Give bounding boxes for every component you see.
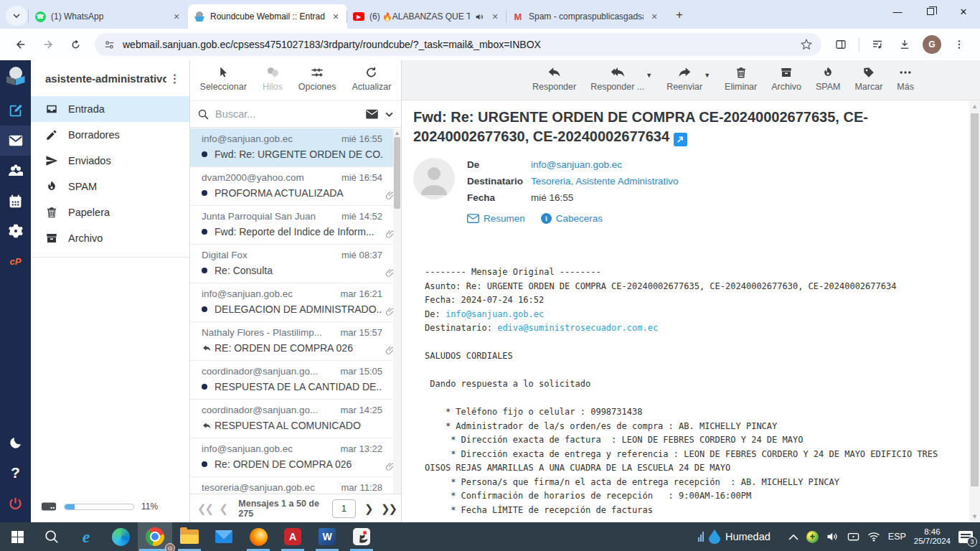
tab-search-button[interactable] bbox=[6, 6, 27, 26]
archive-button[interactable]: Archivo bbox=[771, 65, 801, 92]
last-page-button[interactable]: ❯❯ bbox=[381, 502, 394, 515]
close-button[interactable]: ✕ bbox=[947, 0, 980, 23]
antivirus-tray-icon[interactable] bbox=[806, 531, 819, 543]
rail-settings-button[interactable] bbox=[0, 216, 31, 246]
summary-button[interactable]: Resumen bbox=[467, 213, 525, 224]
folder-trash[interactable]: Papelera bbox=[31, 199, 189, 225]
next-page-button[interactable]: ❯ bbox=[363, 502, 374, 515]
spam-button[interactable]: SPAM bbox=[816, 65, 841, 92]
more-button[interactable]: Más bbox=[897, 65, 914, 92]
forward-dropdown-icon[interactable]: ▼ bbox=[704, 72, 710, 79]
list-item[interactable]: dvam2000@yahoo.commié 16:54 PROFORMA ACT… bbox=[190, 167, 401, 206]
folder-spam[interactable]: SPAM bbox=[31, 174, 189, 199]
address-bar[interactable]: webmail.sanjuan.gob.ec/cpsess4751027183/… bbox=[95, 33, 821, 56]
from-address-link[interactable]: info@sanjuan.gob.ec bbox=[531, 156, 622, 173]
taskbar-java-app-button[interactable] bbox=[344, 522, 379, 551]
minimize-button[interactable]: — bbox=[881, 0, 914, 23]
taskbar-acrobat-button[interactable]: A bbox=[275, 522, 310, 551]
mark-button[interactable]: Marcar bbox=[854, 65, 882, 92]
refresh-button[interactable]: Actualizar bbox=[352, 65, 392, 92]
close-tab-icon[interactable]: ✕ bbox=[330, 11, 341, 22]
taskbar-word-button[interactable]: W bbox=[310, 522, 344, 551]
list-item[interactable]: info@sanjuan.gob.ecmar 16:21 DELEGACION … bbox=[190, 283, 401, 322]
action-center-button[interactable]: 3 bbox=[958, 531, 973, 543]
restore-button[interactable] bbox=[914, 0, 947, 23]
list-item[interactable]: Junta Parroquial San Juanmié 14:52 Fwd: … bbox=[190, 206, 401, 245]
select-button[interactable]: Seleccionar bbox=[200, 65, 247, 92]
tab-whatsapp[interactable]: ☎ (1) WhatsApp ✕ bbox=[29, 4, 188, 29]
folder-archive[interactable]: Archivo bbox=[31, 225, 189, 251]
taskbar-explorer-button[interactable] bbox=[172, 522, 207, 551]
site-settings-icon[interactable] bbox=[103, 39, 116, 51]
tab-roundcube[interactable]: Roundcube Webmail :: Entrada ✕ bbox=[188, 4, 347, 29]
to-address-link[interactable]: Tesoreria, Asistente Administrativo bbox=[531, 173, 679, 189]
delete-button[interactable]: Eliminar bbox=[725, 65, 757, 92]
new-tab-button[interactable]: + bbox=[670, 6, 689, 24]
scroll-up-icon[interactable]: ▲ bbox=[394, 130, 400, 136]
reply-all-button[interactable]: Responder ... bbox=[590, 65, 644, 92]
back-button[interactable] bbox=[10, 34, 32, 55]
dark-mode-button[interactable] bbox=[0, 428, 31, 458]
folder-options-button[interactable]: ⋮ bbox=[166, 72, 184, 85]
taskbar-chrome-button[interactable]: G bbox=[138, 522, 172, 551]
close-tab-icon[interactable]: ✕ bbox=[649, 11, 660, 22]
threads-button[interactable]: Hilos bbox=[263, 65, 283, 92]
url-text[interactable]: webmail.sanjuan.gob.ec/cpsess4751027183/… bbox=[123, 39, 800, 50]
reply-all-dropdown-icon[interactable]: ▼ bbox=[646, 72, 652, 79]
side-panel-button[interactable] bbox=[830, 34, 852, 55]
list-item[interactable]: coordinador@sanjuan.go...mar 15:05 RESPU… bbox=[190, 361, 401, 400]
taskbar-firefox-button[interactable] bbox=[241, 522, 275, 551]
scroll-up-icon[interactable]: ▲ bbox=[969, 103, 980, 110]
logout-button[interactable] bbox=[0, 488, 31, 518]
list-item[interactable]: coordinador@sanjuan.go...mar 14:25 RESPU… bbox=[190, 400, 401, 438]
compose-button[interactable] bbox=[0, 95, 31, 126]
forward-button[interactable] bbox=[37, 34, 59, 55]
rail-mail-button[interactable] bbox=[0, 126, 31, 156]
taskbar-ie-button[interactable]: e bbox=[69, 522, 103, 551]
tray-expand-chevron-icon[interactable] bbox=[788, 534, 798, 540]
list-scrollbar[interactable]: ▲ ▼ bbox=[393, 128, 401, 551]
taskbar-edge-button[interactable] bbox=[103, 522, 138, 551]
downloads-button[interactable] bbox=[894, 34, 915, 55]
start-button[interactable] bbox=[0, 522, 34, 551]
page-input[interactable]: 1 bbox=[332, 499, 356, 518]
reply-button[interactable]: Responder bbox=[532, 65, 576, 92]
browser-profile-avatar[interactable]: G bbox=[923, 35, 941, 54]
close-tab-icon[interactable]: ✕ bbox=[171, 11, 182, 22]
tab-audio-icon[interactable] bbox=[475, 12, 484, 22]
open-in-new-window-icon[interactable] bbox=[674, 133, 687, 146]
close-tab-icon[interactable]: ✕ bbox=[489, 11, 501, 22]
list-item[interactable]: Nathaly Flores - Plastilimp...mar 15:57 … bbox=[190, 322, 401, 361]
bookmark-star-icon[interactable] bbox=[800, 38, 813, 51]
content-scrollbar-thumb[interactable] bbox=[971, 113, 979, 486]
content-scrollbar[interactable]: ▲ ▼ bbox=[969, 100, 980, 522]
options-button[interactable]: Opciones bbox=[298, 65, 336, 92]
list-item[interactable]: info@sanjuan.gob.ecmié 16:55 Fwd: Re: UR… bbox=[190, 128, 401, 167]
folder-drafts[interactable]: Borradores bbox=[31, 122, 189, 148]
list-item[interactable]: info@sanjuan.gob.ecmar 13:22 Re: ORDEN D… bbox=[190, 438, 401, 477]
folder-inbox[interactable]: Entrada bbox=[31, 96, 189, 122]
body-to-link[interactable]: ediva@suministrosecuador.com.ec bbox=[497, 323, 658, 333]
media-controls-button[interactable] bbox=[867, 34, 888, 55]
help-button[interactable]: ? bbox=[0, 458, 31, 488]
forward-button[interactable]: Reenviar bbox=[666, 65, 702, 92]
language-indicator[interactable]: ESP bbox=[888, 532, 906, 542]
tab-youtube[interactable]: ▶ (6) 🔥ALABANZAS QUE TRA ✕ bbox=[347, 4, 507, 29]
reload-button[interactable] bbox=[65, 34, 86, 55]
rail-contacts-button[interactable] bbox=[0, 156, 31, 186]
browser-menu-button[interactable] bbox=[948, 34, 970, 55]
list-scrollbar-thumb[interactable] bbox=[394, 137, 400, 209]
volume-icon[interactable] bbox=[826, 531, 839, 542]
list-item[interactable]: Digital Foxmié 08:37 Re: Consulta bbox=[190, 245, 401, 283]
rail-cpanel-button[interactable]: cP bbox=[0, 246, 31, 276]
search-input[interactable]: Buscar... bbox=[215, 108, 359, 120]
tab-gmail-spam[interactable]: M Spam - compraspublicasgadsan ✕ bbox=[507, 4, 666, 29]
search-scope-mail-icon[interactable] bbox=[365, 109, 379, 120]
folder-sent[interactable]: Enviados bbox=[31, 148, 189, 174]
first-page-button[interactable]: ❮❮ bbox=[197, 502, 210, 515]
taskbar-search-button[interactable] bbox=[34, 522, 69, 551]
search-options-chevron-icon[interactable] bbox=[385, 110, 394, 119]
scroll-down-icon[interactable]: ▼ bbox=[969, 513, 980, 520]
cast-display-icon[interactable] bbox=[847, 532, 859, 542]
headers-button[interactable]: iCabeceras bbox=[541, 213, 603, 224]
